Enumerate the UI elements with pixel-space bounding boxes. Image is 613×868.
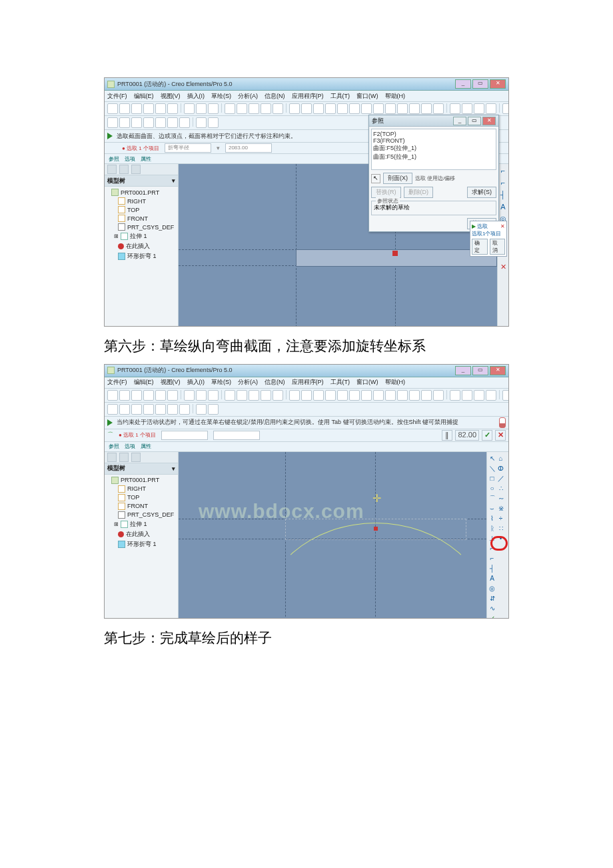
toolbar-icon[interactable] xyxy=(433,390,444,401)
toolbar-icon[interactable] xyxy=(184,390,195,401)
tree-node-csys[interactable]: PRT_CSYS_DEF xyxy=(109,223,178,231)
sidebar-tab-icon[interactable] xyxy=(131,165,141,174)
accept-button[interactable]: ✓ xyxy=(482,430,492,441)
rail-icon[interactable]: ⵀ xyxy=(497,465,504,472)
rail-icon[interactable]: ⌐ xyxy=(488,555,496,562)
toolbar-icon[interactable] xyxy=(486,103,496,114)
menu-item[interactable]: 工具(T) xyxy=(330,92,350,101)
sidebar-tab-icon[interactable] xyxy=(119,453,129,462)
bend-radius-label[interactable]: 折弯半径 xyxy=(165,143,211,153)
dialog-close[interactable]: ✕ xyxy=(482,117,496,125)
toolbar-icon[interactable] xyxy=(313,103,324,114)
pointer-icon[interactable]: ↖ xyxy=(371,174,380,183)
toolbar-icon[interactable] xyxy=(397,390,408,401)
toolbar-icon[interactable] xyxy=(208,404,219,415)
section-dropdown[interactable]: 剖面(X) xyxy=(383,173,412,184)
menu-item[interactable]: 编辑(E) xyxy=(134,378,154,387)
toolbar-icon[interactable] xyxy=(237,390,247,401)
tab-properties[interactable]: 属性 xyxy=(141,443,151,450)
toolbar-icon[interactable] xyxy=(421,103,432,114)
tree-node-feature[interactable]: ⊞拉伸 1 xyxy=(109,231,178,241)
rail-icon[interactable]: A xyxy=(488,575,496,582)
menu-item[interactable]: 窗口(W) xyxy=(356,378,378,387)
tree-node-insert[interactable]: 在此插入 xyxy=(109,241,178,251)
toolbar-icon[interactable] xyxy=(155,404,166,415)
rail-icon[interactable]: ∿ xyxy=(488,605,496,612)
toolbar-icon[interactable] xyxy=(325,103,336,114)
toolbar-icon[interactable] xyxy=(119,103,130,114)
toolbar-icon[interactable] xyxy=(107,103,118,114)
tree-node-bend[interactable]: 环形折弯 1 xyxy=(109,539,178,549)
toolbar-icon[interactable] xyxy=(313,390,324,401)
maximize-button[interactable]: ▭ xyxy=(472,79,488,89)
rail-icon[interactable]: ┤ xyxy=(499,191,507,199)
rail-icon[interactable]: ∼ xyxy=(497,495,504,502)
menu-item[interactable]: 插入(I) xyxy=(187,92,205,101)
toolbar-icon[interactable] xyxy=(167,404,178,415)
sidebar-tab-icon[interactable] xyxy=(107,453,117,462)
menu-item[interactable]: 文件(F) xyxy=(107,92,127,101)
graphics-area[interactable]: www.bdocx.com ✛ xyxy=(179,452,486,619)
tab-options[interactable]: 选项 xyxy=(125,155,135,163)
rail-icon[interactable]: ◎ xyxy=(488,585,496,592)
toolbar-icon[interactable] xyxy=(397,103,408,114)
sidebar-tab-icon[interactable] xyxy=(107,165,117,174)
menu-item[interactable]: 插入(I) xyxy=(187,378,205,387)
toolbar-icon[interactable] xyxy=(373,390,384,401)
toolbar-icon[interactable] xyxy=(450,390,460,401)
tree-node-datum[interactable]: TOP xyxy=(109,205,178,214)
toolbar-icon[interactable] xyxy=(409,103,420,114)
toolbar-icon[interactable] xyxy=(208,117,219,128)
toolbar-icon[interactable] xyxy=(196,404,207,415)
rail-icon[interactable]: ⌐ xyxy=(499,179,507,187)
rail-icon[interactable]: ⌂ xyxy=(497,455,504,462)
toolbar-icon[interactable] xyxy=(289,390,300,401)
toolbar-icon[interactable] xyxy=(131,404,142,415)
dash-value[interactable]: 82.00 xyxy=(455,430,479,441)
rail-icon[interactable]: A xyxy=(499,203,507,211)
toolbar-icon[interactable] xyxy=(486,390,496,401)
references-list[interactable]: F2(TOP) F3(FRONT) 曲面:F5(拉伸_1) 曲面:F5(拉伸_1… xyxy=(371,129,496,170)
toolbar-icon[interactable] xyxy=(301,390,312,401)
toolbar-icon[interactable] xyxy=(385,103,396,114)
rail-icon[interactable]: ⌐ xyxy=(499,167,507,175)
tree-menu-icon[interactable]: ▾ xyxy=(172,465,175,472)
rail-icon[interactable]: ○ xyxy=(488,485,496,492)
minimize-button[interactable]: _ xyxy=(455,366,471,375)
toolbar-icon[interactable] xyxy=(289,103,300,114)
list-item[interactable]: F2(TOP) xyxy=(373,131,494,137)
menu-item[interactable]: 帮助(H) xyxy=(385,378,406,387)
toolbar-icon[interactable] xyxy=(337,103,348,114)
menu-item[interactable]: 分析(A) xyxy=(238,378,258,387)
toolbar-icon[interactable] xyxy=(167,390,178,401)
rail-icon[interactable]: ※ xyxy=(497,505,504,512)
toolbar-icon[interactable] xyxy=(261,103,271,114)
menu-item[interactable]: 信息(N) xyxy=(265,378,285,387)
toolbar-icon[interactable] xyxy=(373,103,384,114)
toolbar-icon[interactable] xyxy=(208,390,219,401)
dash-icon[interactable]: ‖ xyxy=(442,430,452,441)
tree-node-part[interactable]: PRT0001.PRT xyxy=(109,476,178,485)
tree-node-insert[interactable]: 在此插入 xyxy=(109,529,178,539)
toolbar-icon[interactable] xyxy=(119,390,130,401)
toolbar-icon[interactable] xyxy=(155,103,166,114)
tree-menu-icon[interactable]: ▾ xyxy=(172,177,175,184)
toolbar-icon[interactable] xyxy=(167,103,178,114)
toolbar-icon[interactable] xyxy=(462,103,472,114)
cancel-button[interactable]: 取消 xyxy=(490,239,506,255)
menu-item[interactable]: 分析(A) xyxy=(238,92,258,101)
bend-radius-value[interactable]: 2083.00 xyxy=(225,143,272,153)
toolbar-icon[interactable] xyxy=(301,103,312,114)
toolbar-icon[interactable] xyxy=(107,117,118,128)
toolbar-icon[interactable] xyxy=(119,404,130,415)
rail-icon[interactable]: ┤ xyxy=(488,565,496,572)
cancel-button[interactable]: ✕ xyxy=(495,430,506,441)
rail-icon[interactable]: ＼ xyxy=(488,465,496,472)
tree-node-datum[interactable]: RIGHT xyxy=(109,197,178,205)
toolbar-icon[interactable] xyxy=(184,103,195,114)
rail-icon[interactable]: ／ xyxy=(497,475,504,482)
toolbar-icon[interactable] xyxy=(208,103,219,114)
toolbar-icon[interactable] xyxy=(196,390,207,401)
rail-icon[interactable]: ∷ xyxy=(497,525,504,532)
maximize-button[interactable]: ▭ xyxy=(472,366,488,375)
